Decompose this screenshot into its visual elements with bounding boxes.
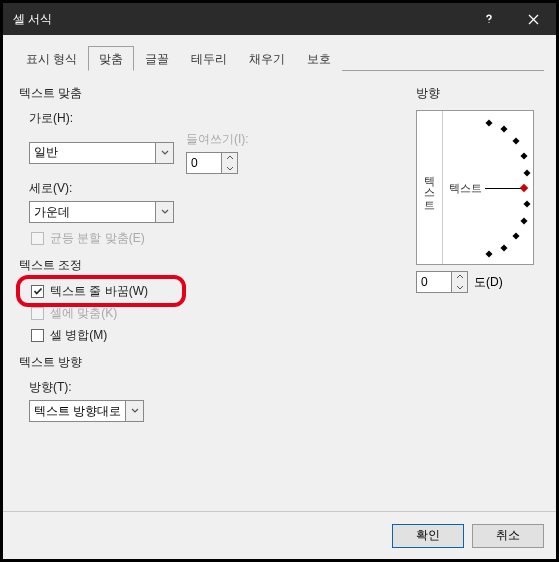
v-align-value: 가운데 xyxy=(34,204,70,221)
merge-cells-checkbox[interactable]: 셀 병합(M) xyxy=(29,326,396,344)
checkbox-icon xyxy=(31,232,44,245)
tab-number-format[interactable]: 표시 형식 xyxy=(15,46,88,71)
tab-border[interactable]: 테두리 xyxy=(180,46,238,71)
orientation-group: 방향 xyxy=(416,85,540,102)
tab-protection[interactable]: 보호 xyxy=(296,46,342,71)
chevron-down-icon xyxy=(125,401,143,421)
shrink-label: 셀에 맞춤(K) xyxy=(50,305,117,322)
chevron-down-icon[interactable] xyxy=(222,163,237,173)
vertical-text-button[interactable]: 텍스트 xyxy=(417,111,443,264)
tab-font[interactable]: 글꼴 xyxy=(134,46,180,71)
chevron-down-icon xyxy=(155,143,173,163)
dialog-title: 셀 서식 xyxy=(13,11,466,28)
orientation-indicator xyxy=(485,188,523,189)
indent-value: 0 xyxy=(187,156,221,170)
indent-label: 들여쓰기(I): xyxy=(186,131,249,148)
orientation-dial[interactable]: 텍스트 xyxy=(443,111,533,264)
checkbox-checked-icon xyxy=(31,285,44,298)
vertical-text-label: 텍스트 xyxy=(422,168,437,207)
dialog-footer: 확인 취소 xyxy=(3,511,556,559)
svg-point-0 xyxy=(488,22,489,23)
direction-value: 텍스트 방향대로 xyxy=(34,403,121,420)
h-align-value: 일반 xyxy=(34,144,58,161)
cell-format-dialog: 셀 서식 표시 형식 맞춤 글꼴 테두리 채우기 보호 텍스트 맞춤 가로(H)… xyxy=(3,3,556,559)
titlebar: 셀 서식 xyxy=(3,3,556,35)
degree-value: 0 xyxy=(417,275,451,289)
direction-select[interactable]: 텍스트 방향대로 xyxy=(29,400,144,422)
cancel-button[interactable]: 취소 xyxy=(472,524,544,548)
tab-fill[interactable]: 채우기 xyxy=(238,46,296,71)
v-align-label: 세로(V): xyxy=(29,180,396,197)
degree-spinner[interactable]: 0 xyxy=(416,271,468,293)
wrap-text-checkbox[interactable]: 텍스트 줄 바꿈(W) xyxy=(29,282,396,300)
text-control-group: 텍스트 조정 xyxy=(19,257,396,274)
h-align-select[interactable]: 일반 xyxy=(29,142,174,164)
text-align-group: 텍스트 맞춤 xyxy=(19,85,396,102)
shrink-to-fit-checkbox: 셀에 맞춤(K) xyxy=(29,304,396,322)
equal-split-checkbox: 균등 분할 맞춤(E) xyxy=(29,229,396,247)
chevron-down-icon[interactable] xyxy=(452,282,467,292)
orientation-control[interactable]: 텍스트 텍스트 xyxy=(416,110,534,265)
help-button[interactable] xyxy=(466,3,511,35)
tab-alignment[interactable]: 맞춤 xyxy=(88,46,134,71)
checkbox-icon xyxy=(31,329,44,342)
chevron-up-icon[interactable] xyxy=(222,153,237,163)
chevron-down-icon xyxy=(155,202,173,222)
orientation-hlabel: 텍스트 xyxy=(449,180,482,195)
diamond-icon xyxy=(520,183,528,191)
indent-spinner[interactable]: 0 xyxy=(186,152,238,174)
v-align-select[interactable]: 가운데 xyxy=(29,201,174,223)
wrap-text-label: 텍스트 줄 바꿈(W) xyxy=(50,283,148,300)
text-direction-group: 텍스트 방향 xyxy=(19,354,396,371)
merge-label: 셀 병합(M) xyxy=(50,327,107,344)
close-button[interactable] xyxy=(511,3,556,35)
ok-button[interactable]: 확인 xyxy=(392,524,464,548)
direction-label: 방향(T): xyxy=(29,379,396,396)
chevron-up-icon[interactable] xyxy=(452,272,467,282)
equal-split-label: 균등 분할 맞춤(E) xyxy=(50,230,145,247)
degree-label: 도(D) xyxy=(474,274,503,291)
tab-strip: 표시 형식 맞춤 글꼴 테두리 채우기 보호 xyxy=(15,45,544,71)
checkbox-icon xyxy=(31,307,44,320)
h-align-label: 가로(H): xyxy=(29,110,396,127)
